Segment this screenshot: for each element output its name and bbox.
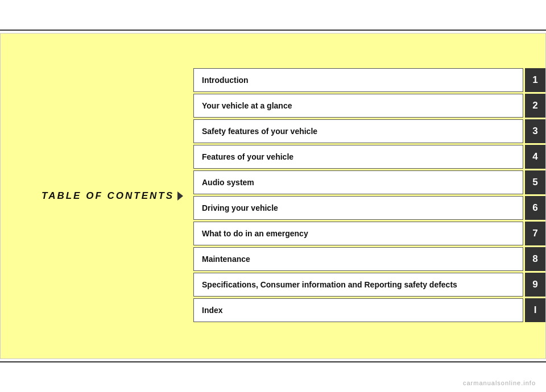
table-row[interactable]: Introduction1 [193,68,545,92]
table-row[interactable]: Features of your vehicle4 [193,145,545,169]
toc-item-number: 7 [525,222,545,245]
table-row[interactable]: IndexI [193,298,545,322]
toc-item-number: 8 [525,247,545,271]
toc-list: Introduction1Your vehicle at a glance2Sa… [193,33,546,359]
toc-item-label[interactable]: Your vehicle at a glance [193,94,523,118]
toc-title: TABLE OF CONTENTS [42,190,183,202]
toc-arrow-icon [177,191,183,201]
toc-item-label[interactable]: Driving your vehicle [193,196,523,220]
toc-title-text: TABLE OF CONTENTS [42,190,174,202]
toc-item-number: 3 [525,119,545,143]
top-divider [0,30,546,31]
table-row[interactable]: Safety features of your vehicle3 [193,119,545,143]
toc-item-label[interactable]: Specifications, Consumer information and… [193,273,523,297]
toc-item-number: 9 [525,273,545,297]
toc-item-number: 5 [525,170,545,194]
toc-item-label[interactable]: Features of your vehicle [193,145,523,169]
table-row[interactable]: Specifications, Consumer information and… [193,273,545,297]
toc-item-label[interactable]: What to do in an emergency [193,222,523,245]
table-row[interactable]: Your vehicle at a glance2 [193,94,545,118]
toc-item-number: 4 [525,145,545,169]
toc-item-number: 1 [525,68,545,92]
watermark: carmanualsonline.info [463,380,536,386]
bottom-divider [0,361,546,362]
toc-item-label[interactable]: Index [193,298,523,322]
table-row[interactable]: Audio system5 [193,170,545,194]
table-row[interactable]: What to do in an emergency7 [193,222,545,245]
toc-item-number: I [525,298,545,322]
toc-item-number: 2 [525,94,545,118]
toc-item-label[interactable]: Maintenance [193,247,523,271]
left-panel: TABLE OF CONTENTS [0,33,193,359]
table-row[interactable]: Driving your vehicle6 [193,196,545,220]
toc-item-number: 6 [525,196,545,220]
toc-item-label[interactable]: Audio system [193,170,523,194]
toc-item-label[interactable]: Safety features of your vehicle [193,119,523,143]
table-row[interactable]: Maintenance8 [193,247,545,271]
main-container: TABLE OF CONTENTS Introduction1Your vehi… [0,33,546,359]
toc-item-label[interactable]: Introduction [193,68,523,92]
